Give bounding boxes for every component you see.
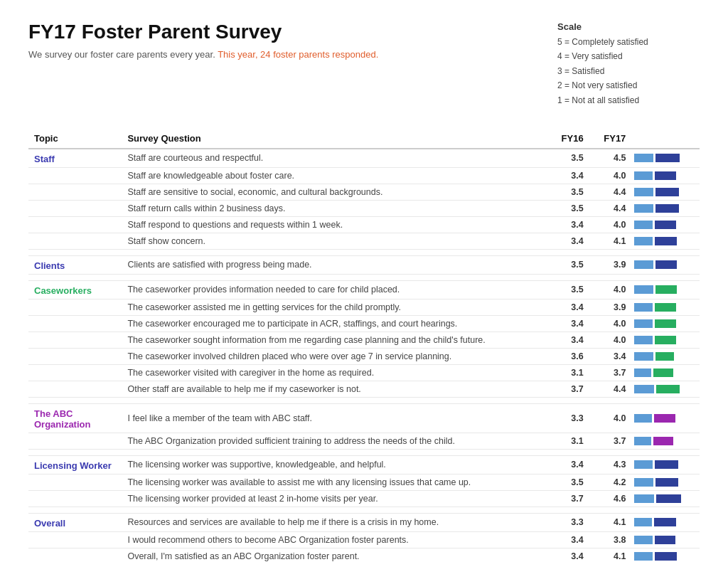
question-cell: The ABC Organization provided sufficient… xyxy=(122,433,546,449)
bar-cell xyxy=(631,315,700,332)
table-row: Other staff are available to help me if … xyxy=(28,381,700,397)
topic-cell: Staff xyxy=(28,149,122,168)
bar-fy16 xyxy=(634,285,653,294)
bar-fy17 xyxy=(653,437,673,445)
bar-cell xyxy=(631,299,700,315)
fy17-value: 3.4 xyxy=(589,348,632,364)
topic-cell: Licensing Worker xyxy=(28,455,122,474)
bar-fy16 xyxy=(634,518,652,526)
question-cell: Clients are satisfied with progress bein… xyxy=(122,255,546,274)
bar-pair xyxy=(634,154,697,162)
fy16-value: 3.4 xyxy=(547,233,589,249)
fy17-value: 4.1 xyxy=(589,233,632,249)
fy16-value: 3.7 xyxy=(547,490,589,507)
bar-pair xyxy=(634,188,697,196)
bar-fy17 xyxy=(655,536,675,544)
bar-fy16 xyxy=(634,303,653,312)
table-row: The ABC Organization provided sufficient… xyxy=(28,433,700,449)
bar-pair xyxy=(634,336,697,344)
title-section: FY17 Foster Parent Survey We survey our … xyxy=(28,21,378,60)
bar-fy17 xyxy=(656,494,681,503)
fy17-value: 4.0 xyxy=(589,403,632,433)
bar-fy16 xyxy=(634,552,653,561)
fy16-value: 3.4 xyxy=(547,531,589,548)
topic-cell: The ABC Organization xyxy=(28,403,122,433)
fy17-value: 4.4 xyxy=(589,200,632,216)
scale-item: 5 = Completely satisfied xyxy=(557,35,700,49)
fy16-value: 3.5 xyxy=(547,149,589,168)
bar-pair xyxy=(634,536,697,544)
bar-cell xyxy=(631,403,700,433)
bar-fy17 xyxy=(655,336,676,344)
table-row: The caseworker visited with caregiver in… xyxy=(28,364,700,381)
bar-fy17 xyxy=(655,460,678,469)
table-row: Overall, I'm satisfied as an ABC Organiz… xyxy=(28,548,700,562)
question-cell: Staff show concern. xyxy=(122,233,546,249)
question-cell: The caseworker provides information need… xyxy=(122,280,546,299)
table-row: StaffStaff are courteous and respectful.… xyxy=(28,149,700,168)
topic-cell xyxy=(28,200,122,216)
col-fy17: FY17 xyxy=(589,129,632,149)
bar-fy17 xyxy=(654,518,676,526)
topic-cell xyxy=(28,364,122,381)
fy17-value: 4.0 xyxy=(589,167,632,184)
survey-table: Topic Survey Question FY16 FY17 StaffSta… xyxy=(28,129,700,562)
question-cell: The caseworker sought information from m… xyxy=(122,332,546,348)
table-row: CaseworkersThe caseworker provides infor… xyxy=(28,280,700,299)
table-row: Licensing WorkerThe licensing worker was… xyxy=(28,455,700,474)
table-row: The licensing worker provided at least 2… xyxy=(28,490,700,507)
scale-items: 5 = Completely satisfied4 = Very satisfi… xyxy=(557,35,700,107)
subtitle-highlight: This year, 24 foster parents responded. xyxy=(218,49,378,60)
bar-fy16 xyxy=(634,204,653,213)
fy16-value: 3.1 xyxy=(547,364,589,381)
table-row: The caseworker sought information from m… xyxy=(28,332,700,348)
bar-fy16 xyxy=(634,237,653,245)
bar-fy16 xyxy=(634,536,653,544)
question-cell: Staff return calls within 2 business day… xyxy=(122,200,546,216)
table-row: Staff are knowledgeable about foster car… xyxy=(28,167,700,184)
table-row: I would recommend others to become ABC O… xyxy=(28,531,700,548)
question-cell: Staff are knowledgeable about foster car… xyxy=(122,167,546,184)
bar-pair xyxy=(634,460,697,469)
section-spacer xyxy=(28,507,700,513)
bar-fy16 xyxy=(634,385,654,393)
topic-cell xyxy=(28,184,122,200)
bar-fy17 xyxy=(654,414,675,423)
bar-fy17 xyxy=(655,478,678,487)
bar-cell xyxy=(631,433,700,449)
subtitle-prefix: We survey our foster care parents every … xyxy=(28,49,215,60)
col-fy16: FY16 xyxy=(547,129,589,149)
bar-cell xyxy=(631,255,700,274)
fy17-value: 4.1 xyxy=(589,513,632,531)
fy16-value: 3.3 xyxy=(547,403,589,433)
fy17-value: 4.0 xyxy=(589,332,632,348)
bar-pair xyxy=(634,385,697,393)
fy16-value: 3.4 xyxy=(547,315,589,332)
fy16-value: 3.4 xyxy=(547,167,589,184)
bar-fy17 xyxy=(656,385,680,393)
col-question: Survey Question xyxy=(122,129,546,149)
bar-pair xyxy=(634,260,697,269)
fy17-value: 3.9 xyxy=(589,299,632,315)
fy16-value: 3.4 xyxy=(547,299,589,315)
bar-pair xyxy=(634,352,697,361)
fy16-value: 3.4 xyxy=(547,216,589,233)
bar-cell xyxy=(631,332,700,348)
bar-fy16 xyxy=(634,352,653,361)
table-row: OverallResources and services are availa… xyxy=(28,513,700,531)
topic-cell: Clients xyxy=(28,255,122,274)
bar-cell xyxy=(631,184,700,200)
fy17-value: 3.8 xyxy=(589,531,632,548)
question-cell: Staff respond to questions and requests … xyxy=(122,216,546,233)
question-cell: I feel like a member of the team with AB… xyxy=(122,403,546,433)
bar-fy16 xyxy=(634,188,653,196)
bar-fy16 xyxy=(634,336,653,344)
bar-fy17 xyxy=(655,188,679,196)
topic-cell xyxy=(28,348,122,364)
fy16-value: 3.4 xyxy=(547,332,589,348)
bar-fy16 xyxy=(634,494,654,503)
bar-pair xyxy=(634,494,697,503)
fy17-value: 4.3 xyxy=(589,455,632,474)
bar-pair xyxy=(634,319,697,328)
question-cell: Staff are sensitive to social, economic,… xyxy=(122,184,546,200)
